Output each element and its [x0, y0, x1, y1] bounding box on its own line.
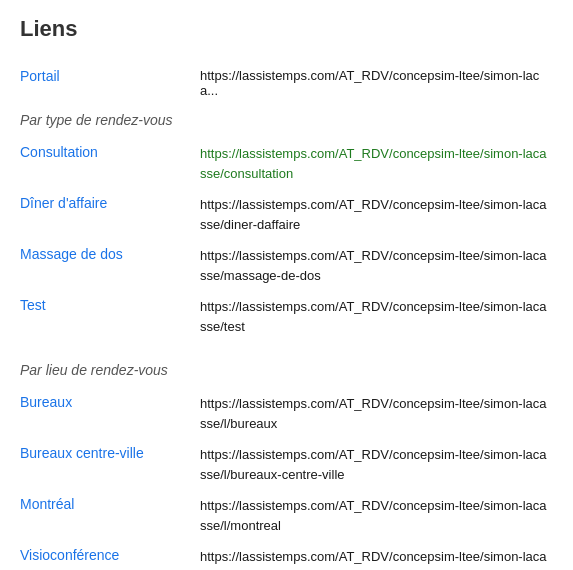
section-header-lieu: Par lieu de rendez-vous: [20, 362, 553, 378]
section-type: Par type de rendez-vousConsultationhttps…: [20, 112, 553, 342]
link-url-massage: https://lassistemps.com/AT_RDV/concepsim…: [200, 246, 553, 285]
section-lieu: Par lieu de rendez-vousBureauxhttps://la…: [20, 362, 553, 570]
section-header-type: Par type de rendez-vous: [20, 112, 553, 128]
link-label-montreal[interactable]: Montréal: [20, 496, 200, 512]
link-url-bureaux: https://lassistemps.com/AT_RDV/concepsim…: [200, 394, 553, 433]
link-label-bureaux-centre-ville[interactable]: Bureaux centre-ville: [20, 445, 200, 461]
portail-url: https://lassistemps.com/AT_RDV/concepsim…: [200, 68, 553, 98]
portail-label[interactable]: Portail: [20, 68, 200, 84]
link-label-test[interactable]: Test: [20, 297, 200, 313]
portail-row: Portail https://lassistemps.com/AT_RDV/c…: [20, 62, 553, 104]
page-title: Liens: [20, 16, 553, 42]
link-url-consultation: https://lassistemps.com/AT_RDV/concepsim…: [200, 144, 553, 183]
link-label-consultation[interactable]: Consultation: [20, 144, 200, 160]
link-label-visioconference[interactable]: Visioconférence: [20, 547, 200, 563]
link-row-visioconference: Visioconférencehttps://lassistemps.com/A…: [20, 541, 553, 570]
link-row-test: Testhttps://lassistemps.com/AT_RDV/conce…: [20, 291, 553, 342]
link-row-consultation: Consultationhttps://lassistemps.com/AT_R…: [20, 138, 553, 189]
link-label-massage[interactable]: Massage de dos: [20, 246, 200, 262]
link-row-diner: Dîner d'affairehttps://lassistemps.com/A…: [20, 189, 553, 240]
link-url-test: https://lassistemps.com/AT_RDV/concepsim…: [200, 297, 553, 336]
link-label-bureaux[interactable]: Bureaux: [20, 394, 200, 410]
link-label-diner[interactable]: Dîner d'affaire: [20, 195, 200, 211]
link-url-diner: https://lassistemps.com/AT_RDV/concepsim…: [200, 195, 553, 234]
link-url-montreal: https://lassistemps.com/AT_RDV/concepsim…: [200, 496, 553, 535]
link-row-massage: Massage de doshttps://lassistemps.com/AT…: [20, 240, 553, 291]
link-row-bureaux: Bureauxhttps://lassistemps.com/AT_RDV/co…: [20, 388, 553, 439]
link-url-bureaux-centre-ville: https://lassistemps.com/AT_RDV/concepsim…: [200, 445, 553, 484]
link-url-visioconference: https://lassistemps.com/AT_RDV/concepsim…: [200, 547, 553, 570]
link-row-montreal: Montréalhttps://lassistemps.com/AT_RDV/c…: [20, 490, 553, 541]
link-row-bureaux-centre-ville: Bureaux centre-villehttps://lassistemps.…: [20, 439, 553, 490]
